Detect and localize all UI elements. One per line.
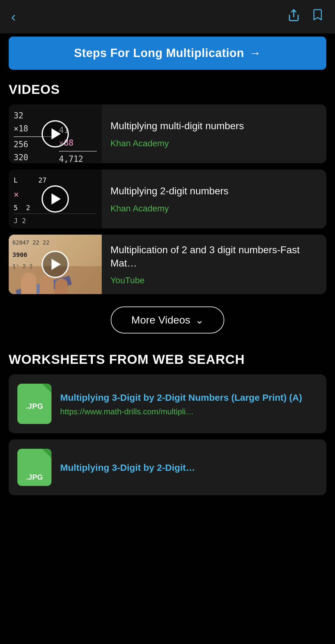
video-card-2[interactable]: L 27 × 5 2 J 2 Multiplying 2-digit numbe…: [9, 170, 326, 228]
video-source-3: YouTube: [110, 276, 318, 285]
share-icon[interactable]: [287, 9, 300, 25]
video-thumbnail-3: 62847 22 22 3906 1' 2 2: [9, 235, 102, 294]
top-bar-left: ‹: [11, 10, 16, 24]
play-button-3[interactable]: [42, 251, 69, 278]
more-videos-button[interactable]: More Videos ⌄: [111, 307, 224, 333]
worksheet-card-2[interactable]: .JPG Multiplying 3-Digit by 2-Digit…: [9, 439, 326, 495]
video-source-1: Khan Academy: [110, 139, 318, 148]
more-videos-container: More Videos ⌄: [0, 307, 335, 333]
video-title-3: Multiplication of 2 and 3 digit numbers-…: [110, 243, 318, 270]
worksheet-ext-1: .JPG: [26, 402, 43, 411]
bookmark-icon[interactable]: [311, 9, 324, 25]
video-info-3: Multiplication of 2 and 3 digit numbers-…: [102, 235, 326, 294]
top-bar-right: [287, 9, 324, 25]
more-videos-label: More Videos: [131, 314, 190, 326]
worksheet-info-2: Multiplying 3-Digit by 2-Digit…: [60, 461, 318, 474]
videos-heading: VIDEOS: [0, 79, 335, 104]
worksheets-heading: WORKSHEETS FROM WEB SEARCH: [0, 349, 335, 374]
worksheet-title-1: Multiplying 3-Digit by 2-Digit Numbers (…: [60, 391, 318, 404]
play-button-2[interactable]: [42, 185, 69, 213]
video-thumbnail-1: 32 ×18 256 320 576 41 ×88 4,712: [9, 104, 102, 163]
worksheet-ext-2: .JPG: [26, 473, 43, 482]
worksheet-title-2: Multiplying 3-Digit by 2-Digit…: [60, 461, 318, 474]
video-title-1: Multiplying multi-digit numbers: [110, 119, 318, 133]
video-info-1: Multiplying multi-digit numbers Khan Aca…: [102, 104, 326, 163]
video-card-3[interactable]: 62847 22 22 3906 1' 2 2: [9, 235, 326, 294]
video-info-2: Multiplying 2-digit numbers Khan Academy: [102, 170, 326, 228]
chevron-down-icon: ⌄: [195, 315, 204, 325]
play-button-1[interactable]: [42, 120, 69, 148]
worksheet-url-1: https://www.math-drills.com/multipli…: [60, 407, 318, 417]
video-card-1[interactable]: 32 ×18 256 320 576 41 ×88 4,712: [9, 104, 326, 163]
video-thumbnail-2: L 27 × 5 2 J 2: [9, 170, 102, 228]
banner-text: Steps For Long Multiplication→: [74, 46, 261, 60]
worksheets-section: WORKSHEETS FROM WEB SEARCH .JPG Multiply…: [0, 349, 335, 511]
worksheet-icon-2: .JPG: [17, 449, 51, 486]
worksheet-card-1[interactable]: .JPG Multiplying 3-Digit by 2-Digit Numb…: [9, 374, 326, 433]
worksheet-icon-1: .JPG: [17, 384, 51, 424]
video-list: 32 ×18 256 320 576 41 ×88 4,712: [0, 104, 335, 294]
videos-section: VIDEOS 32 ×18 256 320 576 41 ×88 4,712: [0, 79, 335, 333]
steps-banner[interactable]: Steps For Long Multiplication→: [9, 37, 326, 70]
worksheet-info-1: Multiplying 3-Digit by 2-Digit Numbers (…: [60, 391, 318, 417]
video-title-2: Multiplying 2-digit numbers: [110, 184, 318, 198]
back-button[interactable]: ‹: [11, 10, 16, 24]
top-bar: ‹: [0, 0, 335, 33]
video-source-2: Khan Academy: [110, 204, 318, 214]
